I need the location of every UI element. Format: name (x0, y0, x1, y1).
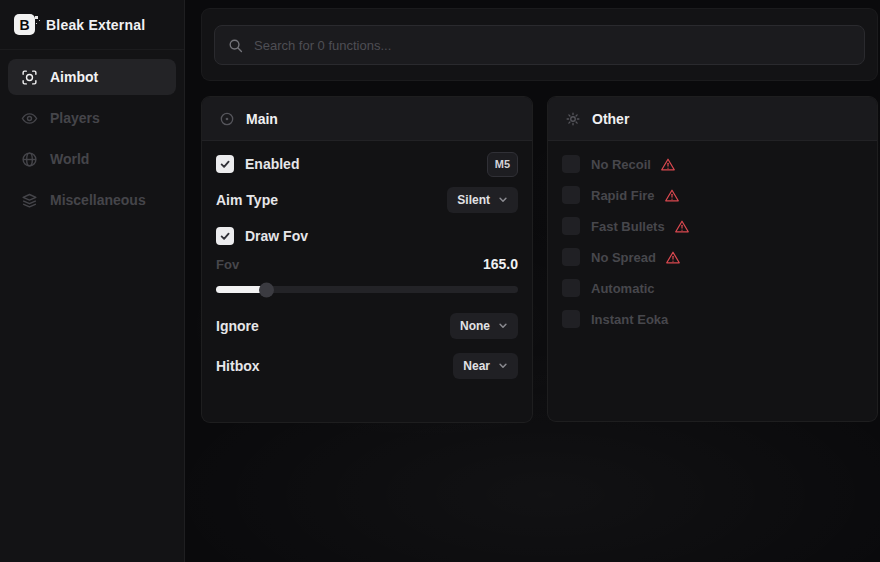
app-window: B Bleak External Aimbot Players World Mi… (0, 0, 880, 562)
hitbox-label: Hitbox (216, 358, 260, 374)
other-item-automatic: Automatic (562, 275, 863, 301)
crosshair-icon (21, 69, 38, 86)
panel-main-header: Main (202, 97, 532, 141)
other-item-label: No Spread (591, 250, 656, 265)
sidebar-item-miscellaneous[interactable]: Miscellaneous (8, 182, 176, 218)
panel-other: Other No Recoil Rapid Fire Fast Bullets (547, 96, 878, 422)
aim-type-label: Aim Type (216, 192, 278, 208)
fov-slider-fill (216, 286, 266, 293)
rapid-fire-checkbox[interactable] (562, 186, 580, 204)
other-item-rapid-fire: Rapid Fire (562, 182, 863, 208)
chevron-down-icon (498, 361, 508, 371)
draw-fov-label: Draw Fov (245, 228, 308, 244)
other-item-label: Automatic (591, 281, 655, 296)
eye-icon (21, 110, 38, 127)
other-item-label: Instant Eoka (591, 312, 668, 327)
globe-icon (21, 151, 38, 168)
aim-type-value: Silent (457, 193, 490, 207)
keybind-badge[interactable]: M5 (487, 152, 518, 177)
warning-icon (674, 219, 690, 234)
sidebar-item-label: Players (50, 110, 100, 126)
panel-other-header: Other (548, 97, 877, 141)
hitbox-dropdown[interactable]: Near (453, 353, 518, 379)
other-item-no-spread: No Spread (562, 244, 863, 270)
other-item-label: Fast Bullets (591, 219, 665, 234)
sidebar-item-world[interactable]: World (8, 141, 176, 177)
search-panel: Search for 0 functions... (201, 8, 878, 81)
app-title: Bleak External (46, 17, 145, 33)
hitbox-row: Hitbox Near (216, 353, 518, 379)
hitbox-value: Near (463, 359, 490, 373)
draw-fov-checkbox[interactable] (216, 227, 234, 245)
panel-main-body: Enabled M5 Aim Type Silent Draw Fov (202, 141, 532, 379)
search-input[interactable]: Search for 0 functions... (214, 25, 865, 65)
fov-slider-track[interactable] (216, 286, 518, 293)
chevron-down-icon (498, 321, 508, 331)
warning-icon (665, 250, 681, 265)
brand: B Bleak External (0, 0, 184, 50)
ignore-row: Ignore None (216, 313, 518, 339)
sidebar-nav: Aimbot Players World Miscellaneous (0, 50, 184, 232)
other-item-label: No Recoil (591, 157, 651, 172)
other-item-fast-bullets: Fast Bullets (562, 213, 863, 239)
fast-bullets-checkbox[interactable] (562, 217, 580, 235)
sidebar-item-label: World (50, 151, 89, 167)
sidebar-item-label: Miscellaneous (50, 192, 146, 208)
gear-icon (565, 111, 581, 127)
other-item-no-recoil: No Recoil (562, 151, 863, 177)
search-icon (228, 38, 243, 53)
sidebar-item-label: Aimbot (50, 69, 98, 85)
main-content: Search for 0 functions... Main Enabled M… (185, 0, 880, 562)
sidebar-item-players[interactable]: Players (8, 100, 176, 136)
ignore-dropdown[interactable]: None (450, 313, 518, 339)
enabled-label: Enabled (245, 156, 299, 172)
no-recoil-checkbox[interactable] (562, 155, 580, 173)
aim-type-dropdown[interactable]: Silent (447, 187, 518, 213)
ignore-value: None (460, 319, 490, 333)
check-icon (219, 158, 231, 170)
fov-label: Fov (216, 257, 239, 272)
panel-main: Main Enabled M5 Aim Type Silent (201, 96, 533, 423)
search-placeholder: Search for 0 functions... (254, 38, 391, 53)
sidebar-item-aimbot[interactable]: Aimbot (8, 59, 176, 95)
warning-icon (664, 188, 680, 203)
other-item-instant-eoka: Instant Eoka (562, 306, 863, 332)
enabled-checkbox[interactable] (216, 155, 234, 173)
fov-row: Fov 165.0 (216, 255, 518, 273)
aim-type-row: Aim Type Silent (216, 187, 518, 213)
ignore-label: Ignore (216, 318, 259, 334)
layers-icon (21, 192, 38, 209)
target-icon (219, 111, 235, 127)
instant-eoka-checkbox[interactable] (562, 310, 580, 328)
panel-title: Other (592, 111, 629, 127)
enabled-row: Enabled M5 (216, 151, 518, 177)
draw-fov-row: Draw Fov (216, 223, 518, 249)
panel-other-body: No Recoil Rapid Fire Fast Bullets No Spr… (548, 141, 877, 332)
automatic-checkbox[interactable] (562, 279, 580, 297)
fov-slider[interactable] (216, 282, 518, 297)
other-item-label: Rapid Fire (591, 188, 655, 203)
no-spread-checkbox[interactable] (562, 248, 580, 266)
check-icon (219, 230, 231, 242)
panel-title: Main (246, 111, 278, 127)
fov-value: 165.0 (483, 256, 518, 272)
sidebar: B Bleak External Aimbot Players World Mi… (0, 0, 185, 562)
app-logo-icon: B (14, 14, 35, 35)
fov-slider-thumb[interactable] (259, 282, 274, 297)
chevron-down-icon (498, 195, 508, 205)
warning-icon (660, 157, 676, 172)
